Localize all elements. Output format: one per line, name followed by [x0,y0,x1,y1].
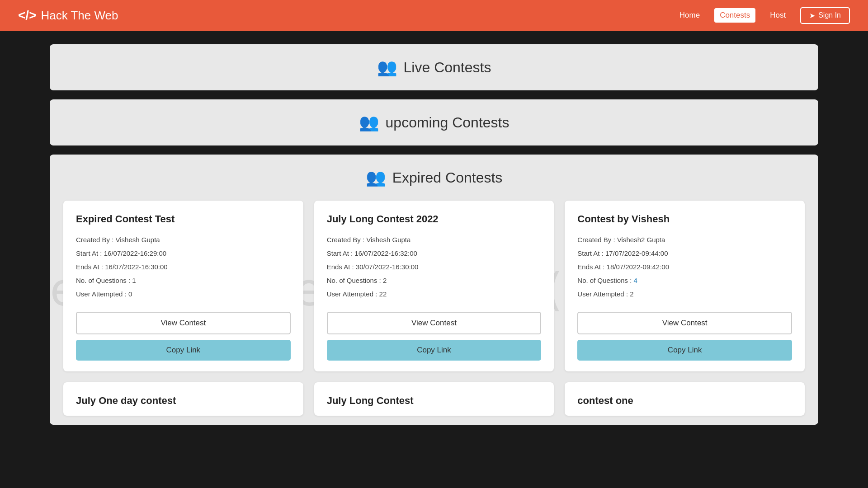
contest-card-3: Contest by Vishesh Created By : Vishesh2… [565,201,805,371]
num-questions-2: No. of Questions : 2 [327,274,542,287]
start-at-2: Start At : 16/07/2022-16:32:00 [327,247,542,260]
bottom-title-1: July One day contest [76,395,291,407]
created-by-1: Created By : Vishesh Gupta [76,233,291,247]
contest-meta-3: Created By : Vishesh2 Gupta Start At : 1… [577,233,792,301]
view-contest-button-2[interactable]: View Contest [327,312,542,334]
bottom-cards-grid: July One day contest July Long Contest c… [63,382,805,416]
live-section-title: Live Contests [404,59,491,76]
bottom-title-3: contest one [577,395,792,407]
bottom-title-2: July Long Contest [327,395,542,407]
num-questions-3: No. of Questions : 4 [577,274,792,287]
signin-label: Sign In [818,11,841,19]
expired-section-title: Expired Contests [392,169,503,186]
live-section-icon: 👥 [377,58,397,77]
created-by-3: Created By : Vishesh2 Gupta [577,233,792,247]
contest-title-1: Expired Contest Test [76,213,291,225]
navbar: </> Hack The Web Home Contests Host ➤ Si… [0,0,868,31]
upcoming-contests-section: 👥 upcoming Contests [50,99,818,145]
view-contest-button-1[interactable]: View Contest [76,312,291,334]
ends-at-3: Ends At : 18/07/2022-09:42:00 [577,260,792,274]
bottom-card-3: contest one [565,382,805,416]
expired-contests-section: eat(); sleep(); code(); repeat(); 👥 Expi… [50,155,818,425]
contest-card-1: Expired Contest Test Created By : Vishes… [63,201,303,371]
nav-home[interactable]: Home [674,8,705,23]
user-attempted-1: User Attempted : 0 [76,287,291,301]
user-attempted-2: User Attempted : 22 [327,287,542,301]
copy-link-button-2[interactable]: Copy Link [327,340,542,361]
brand-name: Hack The Web [41,9,118,23]
signin-button[interactable]: ➤ Sign In [800,7,850,24]
bottom-card-1: July One day contest [63,382,303,416]
upcoming-section-title: upcoming Contests [386,114,509,131]
brand-icon: </> [18,8,36,23]
start-at-3: Start At : 17/07/2022-09:44:00 [577,247,792,260]
contest-title-3: Contest by Vishesh [577,213,792,225]
start-at-1: Start At : 16/07/2022-16:29:00 [76,247,291,260]
bottom-card-2: July Long Contest [314,382,554,416]
main-content: 👥 Live Contests 👥 upcoming Contests eat(… [0,31,868,447]
ends-at-1: Ends At : 16/07/2022-16:30:00 [76,260,291,274]
created-by-2: Created By : Vishesh Gupta [327,233,542,247]
brand-logo[interactable]: </> Hack The Web [18,8,118,23]
num-questions-1: No. of Questions : 1 [76,274,291,287]
user-attempted-3: User Attempted : 2 [577,287,792,301]
contest-meta-1: Created By : Vishesh Gupta Start At : 16… [76,233,291,301]
nav-links: Home Contests Host ➤ Sign In [674,7,850,24]
ends-at-2: Ends At : 30/07/2022-16:30:00 [327,260,542,274]
copy-link-button-3[interactable]: Copy Link [577,340,792,361]
copy-link-button-1[interactable]: Copy Link [76,340,291,361]
signin-icon: ➤ [809,11,815,20]
expired-cards-grid: Expired Contest Test Created By : Vishes… [63,201,805,371]
upcoming-section-icon: 👥 [359,113,379,132]
contest-meta-2: Created By : Vishesh Gupta Start At : 16… [327,233,542,301]
contest-card-2: July Long Contest 2022 Created By : Vish… [314,201,554,371]
view-contest-button-3[interactable]: View Contest [577,312,792,334]
expired-section-icon: 👥 [366,168,386,187]
live-contests-section: 👥 Live Contests [50,44,818,90]
contest-title-2: July Long Contest 2022 [327,213,542,225]
nav-host[interactable]: Host [764,8,791,23]
nav-contests[interactable]: Contests [714,8,755,23]
